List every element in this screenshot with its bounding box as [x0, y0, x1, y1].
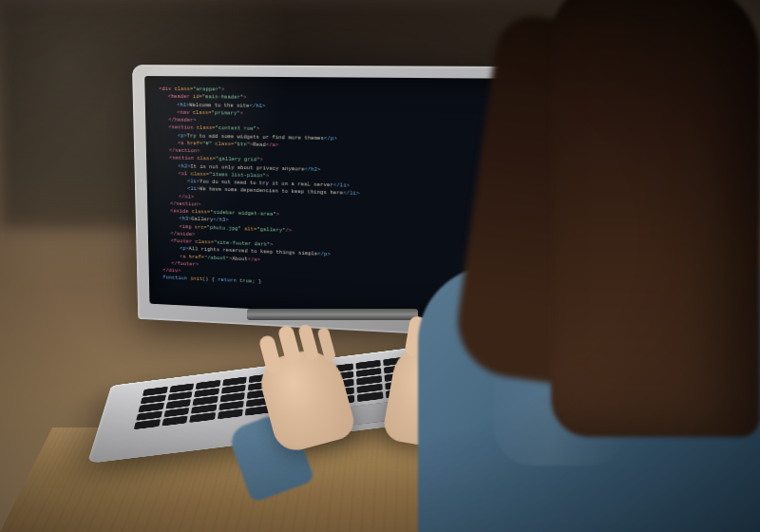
hair-main — [551, 0, 760, 437]
keyboard-key — [162, 416, 188, 427]
photo-scene: <div class="wrapper"><header id="main-he… — [0, 0, 760, 532]
keyboard-key — [357, 391, 383, 402]
keyboard-key — [189, 412, 216, 423]
person-over-shoulder — [399, 0, 760, 532]
laptop-hinge — [247, 309, 418, 320]
keyboard-key — [134, 419, 161, 429]
keyboard-key — [217, 408, 242, 419]
